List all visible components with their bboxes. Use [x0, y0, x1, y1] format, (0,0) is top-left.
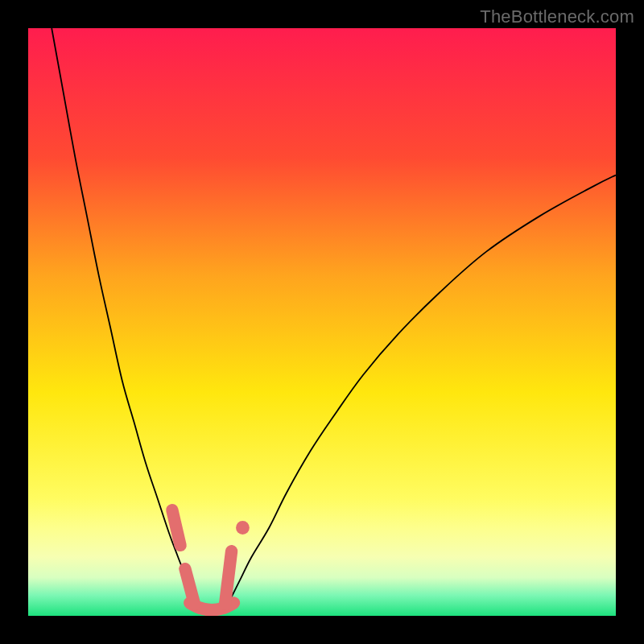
- curves-layer: [28, 28, 616, 616]
- svg-line-4: [225, 551, 232, 605]
- svg-point-3: [236, 521, 250, 535]
- plot-area: [28, 28, 616, 616]
- right-segment-markers: [225, 521, 250, 604]
- right-curve: [228, 175, 616, 605]
- watermark-text: TheBottleneck.com: [480, 6, 634, 27]
- svg-line-1: [172, 510, 180, 546]
- chart-frame: TheBottleneck.com: [0, 0, 644, 644]
- left-segment-markers: [172, 510, 195, 605]
